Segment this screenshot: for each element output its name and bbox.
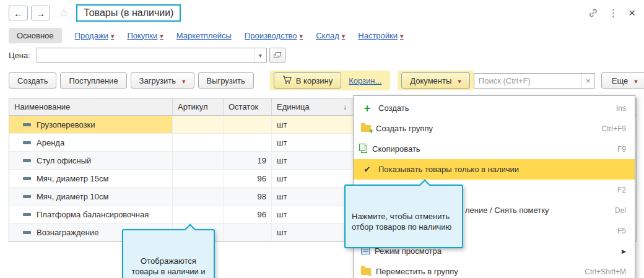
item-marker-icon xyxy=(23,177,31,180)
search-input[interactable] xyxy=(474,74,581,88)
combo-dropdown-icon[interactable]: ▾ xyxy=(254,48,266,62)
search-clear-icon[interactable]: × xyxy=(581,74,594,88)
export-button[interactable]: Выгрузить xyxy=(198,72,254,89)
view-mode-icon xyxy=(361,248,370,254)
cell-article xyxy=(173,134,224,151)
menu-item[interactable]: Скопировать F9 xyxy=(354,139,635,159)
nav-tabs: Основное Продажи Покупки Маркетплейсы Пр… xyxy=(0,26,644,45)
toolbar: Создать Поступление Загрузить Выгрузить … xyxy=(0,66,644,94)
column-header-name[interactable]: Наименование xyxy=(9,98,173,115)
item-marker-icon xyxy=(23,231,31,234)
menu-item[interactable]: Создать группу Ctrl+F9 xyxy=(354,118,635,139)
cell-unit: шт xyxy=(272,116,352,133)
nav-item-покупки[interactable]: Покупки xyxy=(127,31,163,40)
documents-button[interactable]: Документы xyxy=(401,72,470,89)
forward-button[interactable]: → xyxy=(31,6,50,20)
header: ← → ☆ Товары (в наличии) ⋮ × xyxy=(0,0,644,26)
menu-item-shortcut: Del xyxy=(615,206,626,215)
nav-item-производство[interactable]: Производство xyxy=(245,31,303,40)
price-choose-button[interactable] xyxy=(269,48,285,63)
check-icon xyxy=(361,165,373,174)
sort-arrow-icon: ↓ xyxy=(343,103,347,111)
more-button[interactable]: Еще xyxy=(601,72,644,89)
menu-item[interactable]: Переместить в группу Ctrl+Shift+M xyxy=(354,261,635,278)
menu-item-shortcut: Ins xyxy=(616,104,626,113)
cell-name: Стул офисный xyxy=(37,156,91,165)
nav-item-label: Основное xyxy=(17,31,54,40)
nav-item-label: Продажи xyxy=(75,31,108,40)
nav-item-label: Склад xyxy=(316,31,339,40)
cell-name: Мяч, диаметр 15см xyxy=(37,174,108,183)
search-box: × xyxy=(474,73,595,89)
callout-list-hint: Отображаются товары в наличии и все услу… xyxy=(122,229,215,278)
menu-item[interactable]: Создать Ins xyxy=(354,98,635,118)
nav-item-маркетплейсы[interactable]: Маркетплейсы xyxy=(176,31,232,40)
documents-highlight-group: Документы xyxy=(398,71,474,90)
cart-link[interactable]: Корзин... xyxy=(349,76,381,85)
kebab-menu-icon[interactable]: ⋮ xyxy=(609,7,618,19)
callout-text: Отображаются товары в наличии и все услу… xyxy=(129,256,207,278)
cell-name: Мяч, диаметр 10см xyxy=(37,192,108,201)
menu-item-shortcut: F9 xyxy=(617,145,626,154)
dropdown-caret-icon xyxy=(297,31,303,40)
menu-item-label: Создать xyxy=(378,103,409,113)
callout-text: Нажмите, чтобы отменить отбор товаров по… xyxy=(352,211,456,232)
folder-plus-icon xyxy=(361,125,371,132)
cell-name: Грузоперевозки xyxy=(37,120,95,129)
menu-item-label: Создать группу xyxy=(376,124,433,133)
cell-unit: шт xyxy=(272,170,352,187)
menu-item-label: ление / Снять пометку xyxy=(465,206,549,215)
receipt-button[interactable]: Поступление xyxy=(60,72,126,89)
cell-article xyxy=(173,152,224,169)
nav-item-настройки[interactable]: Настройки xyxy=(358,31,403,40)
forward-arrow-icon: → xyxy=(36,9,45,18)
nav-item-склад[interactable]: Склад xyxy=(316,31,345,40)
menu-item-shortcut: F2 xyxy=(617,186,626,194)
submenu-arrow-icon xyxy=(622,248,626,254)
page-title: Товары (в наличии) xyxy=(76,4,181,22)
menu-item-shortcut: F5 xyxy=(617,227,626,235)
copy-icon xyxy=(359,144,365,151)
cell-article xyxy=(173,116,224,133)
favorite-star-icon[interactable]: ☆ xyxy=(59,6,69,20)
get-link-icon[interactable] xyxy=(588,8,598,18)
column-header-stock[interactable]: Остаток xyxy=(224,98,272,115)
price-input[interactable] xyxy=(37,48,254,62)
nav-item-label: Покупки xyxy=(127,31,157,40)
load-button[interactable]: Загрузить xyxy=(131,72,194,89)
create-button[interactable]: Создать xyxy=(9,72,56,89)
header-actions: ⋮ × xyxy=(588,6,635,20)
cell-stock: 96 xyxy=(224,206,272,223)
nav-item-продажи[interactable]: Продажи xyxy=(75,31,115,40)
nav-item-label: Производство xyxy=(245,31,297,40)
item-marker-icon xyxy=(23,195,31,198)
dropdown-caret-icon xyxy=(157,31,163,40)
cell-unit: шт xyxy=(272,188,352,205)
column-header-unit[interactable]: Единица ↓ xyxy=(272,98,352,115)
column-header-article[interactable]: Артикул xyxy=(173,98,224,115)
cell-stock xyxy=(224,224,272,241)
cart-highlight-group: В корзину Корзин... xyxy=(270,71,390,90)
cell-article xyxy=(173,170,224,187)
menu-item[interactable]: Показывать товары только в наличии xyxy=(354,159,635,180)
cell-article xyxy=(173,188,224,205)
nav-item-label: Настройки xyxy=(358,31,398,40)
to-cart-button[interactable]: В корзину xyxy=(274,72,341,89)
dropdown-caret-icon xyxy=(180,76,186,85)
menu-item-shortcut: Ctrl+F9 xyxy=(601,124,626,133)
nav-item-основное[interactable]: Основное xyxy=(9,28,62,43)
close-icon[interactable]: × xyxy=(629,6,635,20)
cell-stock: 19 xyxy=(224,152,272,169)
price-label: Цена: xyxy=(9,51,30,60)
price-combo: ▾ xyxy=(37,48,267,63)
menu-item-label: Показывать товары только в наличии xyxy=(378,165,519,174)
dropdown-caret-icon xyxy=(632,76,638,85)
cell-stock xyxy=(224,134,272,151)
choose-from-list-icon xyxy=(276,52,281,56)
dropdown-caret-icon xyxy=(455,76,461,85)
price-filter-row: Цена: ▾ xyxy=(0,45,644,66)
back-button[interactable]: ← xyxy=(9,6,28,20)
dropdown-caret-icon xyxy=(398,31,404,40)
callout-filter-hint: Нажмите, чтобы отменить отбор товаров по… xyxy=(344,185,463,248)
cell-unit: шт xyxy=(272,224,352,241)
